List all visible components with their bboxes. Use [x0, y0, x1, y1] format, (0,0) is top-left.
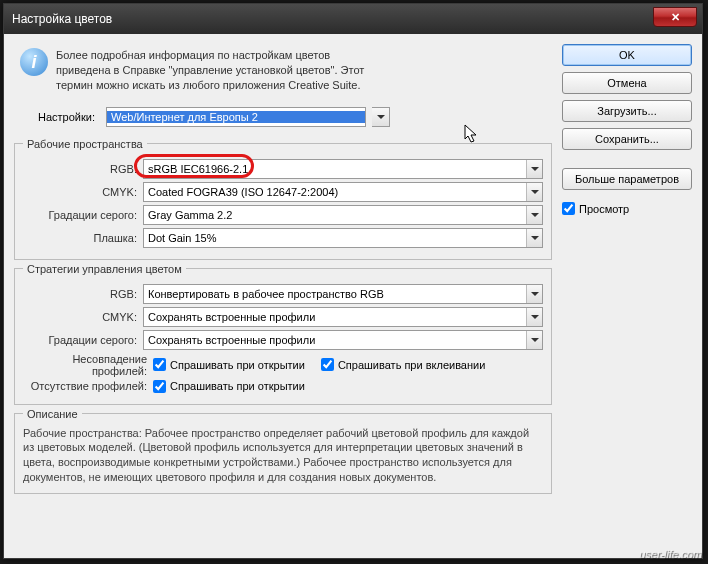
rgb-label: RGB: — [23, 163, 143, 175]
watermark: user-life.com — [639, 548, 702, 560]
mismatch-paste-checkbox[interactable] — [321, 358, 334, 371]
dialog-content: i Более подробная информация по настройк… — [4, 34, 702, 558]
close-icon: ✕ — [671, 11, 680, 24]
chevron-down-icon — [526, 331, 542, 349]
rgb-combo[interactable]: sRGB IEC61966-2.1 — [143, 159, 543, 179]
policy-cmyk-combo[interactable]: Сохранять встроенные профили — [143, 307, 543, 327]
policy-cmyk-value: Сохранять встроенные профили — [144, 311, 526, 323]
titlebar: Настройка цветов ✕ — [4, 4, 702, 34]
spot-value: Dot Gain 15% — [144, 232, 526, 244]
gray-combo[interactable]: Gray Gamma 2.2 — [143, 205, 543, 225]
chevron-down-icon — [526, 160, 542, 178]
dialog-window: Настройка цветов ✕ i Более подробная инф… — [3, 3, 703, 559]
mismatch-paste-check[interactable]: Спрашивать при вклеивании — [321, 358, 485, 371]
chevron-down-icon — [526, 308, 542, 326]
ok-button[interactable]: OK — [562, 44, 692, 66]
spot-label: Плашка: — [23, 232, 143, 244]
mismatch-open-check[interactable]: Спрашивать при открытии — [153, 358, 305, 371]
policy-gray-combo[interactable]: Сохранять встроенные профили — [143, 330, 543, 350]
preview-checkbox[interactable] — [562, 202, 575, 215]
workspaces-group: Рабочие пространства RGB: sRGB IEC61966-… — [14, 138, 552, 260]
cmyk-value: Coated FOGRA39 (ISO 12647-2:2004) — [144, 186, 526, 198]
spot-combo[interactable]: Dot Gain 15% — [143, 228, 543, 248]
missing-label: Отсутствие профилей: — [23, 380, 153, 392]
policy-gray-value: Сохранять встроенные профили — [144, 334, 526, 346]
description-legend: Описание — [23, 408, 82, 420]
save-button[interactable]: Сохранить... — [562, 128, 692, 150]
mismatch-open-checkbox[interactable] — [153, 358, 166, 371]
policies-legend: Стратегии управления цветом — [23, 263, 186, 275]
policy-gray-label: Градации серого: — [23, 334, 143, 346]
settings-combo[interactable]: Web/Интернет для Европы 2 — [106, 107, 366, 127]
cmyk-label: CMYK: — [23, 186, 143, 198]
close-button[interactable]: ✕ — [653, 7, 697, 27]
info-box: i Более подробная информация по настройк… — [14, 44, 552, 103]
gray-value: Gray Gamma 2.2 — [144, 209, 526, 221]
settings-combo-arrow[interactable] — [372, 107, 390, 127]
policy-rgb-label: RGB: — [23, 288, 143, 300]
info-text: Более подробная информация по настройкам… — [56, 48, 364, 93]
description-text: Рабочие пространства: Рабочее пространст… — [23, 426, 543, 485]
settings-row: Настройки: Web/Интернет для Европы 2 — [38, 107, 552, 127]
info-icon: i — [20, 48, 48, 76]
policies-group: Стратегии управления цветом RGB: Конверт… — [14, 263, 552, 405]
missing-open-checkbox[interactable] — [153, 380, 166, 393]
rgb-value: sRGB IEC61966-2.1 — [144, 163, 526, 175]
more-params-button[interactable]: Больше параметров — [562, 168, 692, 190]
settings-value: Web/Интернет для Европы 2 — [107, 111, 365, 123]
missing-open-check[interactable]: Спрашивать при открытии — [153, 380, 305, 393]
chevron-down-icon — [526, 183, 542, 201]
right-pane: OK Отмена Загрузить... Сохранить... Боль… — [562, 44, 692, 550]
load-button[interactable]: Загрузить... — [562, 100, 692, 122]
preview-check[interactable]: Просмотр — [562, 202, 692, 215]
cancel-button[interactable]: Отмена — [562, 72, 692, 94]
chevron-down-icon — [526, 229, 542, 247]
window-title: Настройка цветов — [12, 12, 112, 26]
chevron-down-icon — [526, 285, 542, 303]
chevron-down-icon — [526, 206, 542, 224]
description-group: Описание Рабочие пространства: Рабочее п… — [14, 408, 552, 494]
chevron-down-icon — [372, 108, 389, 126]
policy-cmyk-label: CMYK: — [23, 311, 143, 323]
left-pane: i Более подробная информация по настройк… — [14, 44, 552, 550]
policy-rgb-value: Конвертировать в рабочее пространство RG… — [144, 288, 526, 300]
workspaces-legend: Рабочие пространства — [23, 138, 147, 150]
cmyk-combo[interactable]: Coated FOGRA39 (ISO 12647-2:2004) — [143, 182, 543, 202]
mismatch-label: Несовпадение профилей: — [23, 353, 153, 377]
settings-label: Настройки: — [38, 111, 100, 123]
gray-label: Градации серого: — [23, 209, 143, 221]
policy-rgb-combo[interactable]: Конвертировать в рабочее пространство RG… — [143, 284, 543, 304]
